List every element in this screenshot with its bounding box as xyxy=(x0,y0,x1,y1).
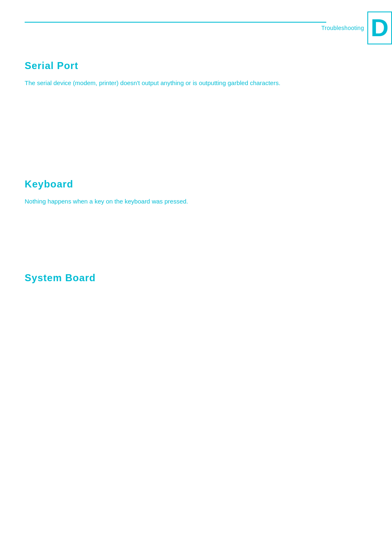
keyboard-heading: Keyboard xyxy=(25,178,367,190)
keyboard-body: Nothing happens when a key on the keyboa… xyxy=(25,197,304,206)
serial-port-heading: Serial Port xyxy=(25,60,367,72)
chapter-letter: D xyxy=(371,16,388,40)
section-serial-port: Serial Port The serial device (modem, pr… xyxy=(25,60,367,88)
serial-port-body: The serial device (modem, printer) doesn… xyxy=(25,78,304,88)
section-keyboard: Keyboard Nothing happens when a key on t… xyxy=(25,178,367,206)
section-system-board: System Board xyxy=(25,272,367,284)
page-header: Troubleshooting D xyxy=(0,0,392,44)
chapter-letter-box: D xyxy=(367,12,392,44)
chapter-label: Troubleshooting xyxy=(316,12,367,44)
main-content: Serial Port The serial device (modem, pr… xyxy=(0,44,392,307)
page: Troubleshooting D Serial Port The serial… xyxy=(0,0,392,555)
header-rule xyxy=(25,22,326,23)
chapter-info: Troubleshooting D xyxy=(316,12,392,44)
system-board-heading: System Board xyxy=(25,272,367,284)
